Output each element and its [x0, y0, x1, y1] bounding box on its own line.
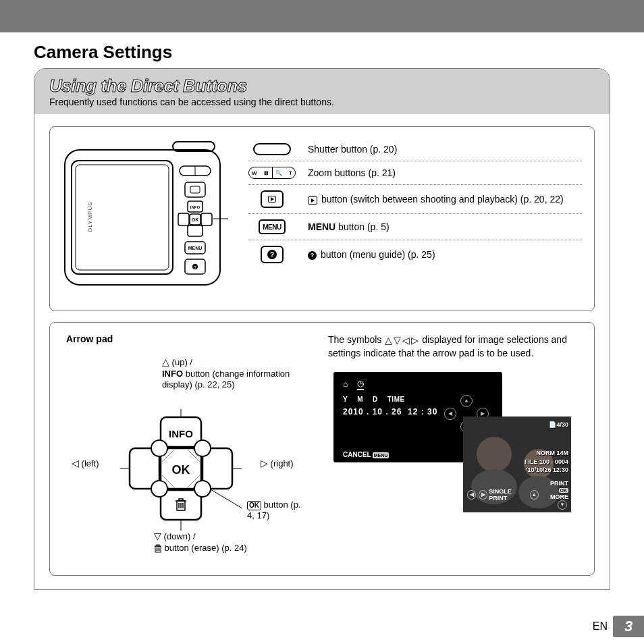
svg-rect-12 — [201, 213, 212, 225]
svg-rect-7 — [190, 186, 200, 193]
shutter-text: Shutter button (p. 20) — [308, 143, 397, 155]
lbl-up: △ (up) / INFO button (change information… — [162, 356, 309, 390]
svg-point-39 — [194, 440, 211, 456]
page-title: Camera Settings — [34, 42, 610, 63]
lbl-right: ▷ (right) — [261, 458, 294, 470]
q-inline-icon: ? — [308, 251, 317, 260]
svg-text:OK: OK — [192, 217, 199, 222]
arrow-diagram: △ (up) / INFO button (change information… — [66, 360, 309, 556]
row-guide: ? ? button (menu guide) (p. 25) — [248, 240, 582, 269]
screen-playback: 📄4/30 NORM 14M FILE 100 - 0004 '10/10/26… — [463, 417, 571, 512]
svg-rect-11 — [178, 213, 189, 225]
svg-rect-10 — [188, 225, 203, 236]
svg-point-57 — [477, 437, 512, 472]
page-content: Camera Settings Using the Direct Buttons… — [0, 32, 644, 590]
row-menu: MENU MENU button (p. 5) — [248, 214, 582, 240]
svg-point-40 — [151, 481, 167, 497]
camera-diagram: INFO OK MENU ? OLYMPUS — [59, 138, 228, 300]
screen2-info: 📄4/30 NORM 14M FILE 100 - 0004 '10/10/26… — [525, 421, 568, 475]
lbl-ok: OK button (p. 4, 17) — [247, 500, 309, 522]
button-list: Shutter button (p. 20) W⊠🔍T Zoom buttons… — [248, 138, 582, 269]
direct-buttons-panel: INFO OK MENU ? OLYMPUS — [49, 126, 595, 311]
svg-rect-27 — [157, 545, 159, 546]
zoom-text: Zoom buttons (p. 21) — [308, 167, 396, 179]
page-number: 3 — [613, 616, 644, 637]
guide-text: ? button (menu guide) (p. 25) — [308, 248, 435, 261]
row-zoom: W⊠🔍T Zoom buttons (p. 21) — [248, 161, 582, 185]
shutter-icon — [248, 143, 296, 155]
section-title: Using the Direct Buttons — [49, 76, 595, 97]
ok-center-text: OK — [172, 463, 190, 477]
page-footer: EN 3 — [593, 616, 644, 637]
arrow-pad-panel: Arrow pad △ (up) / INFO button (change i… — [49, 322, 595, 576]
lbl-left: ◁ (left) — [72, 458, 99, 470]
section-header: Using the Direct Buttons Frequently used… — [34, 69, 610, 114]
playback-text: button (switch between shooting and play… — [308, 193, 564, 205]
screen2-footer: ◀▶SINGLE PRINT▲ PRINTOKMORE▼ — [466, 480, 568, 510]
language-label: EN — [593, 620, 608, 633]
right-col: The symbols △▽◁▷ displayed for image sel… — [328, 333, 581, 556]
menu-icon: MENU — [248, 219, 296, 234]
svg-text:OLYMPUS: OLYMPUS — [87, 201, 93, 232]
home-icon: ⌂ — [343, 379, 348, 389]
svg-text:MENU: MENU — [188, 246, 203, 250]
menu-text: MENU button (p. 5) — [308, 221, 390, 233]
arrow-pad-svg: INFO OK — [120, 409, 242, 531]
zoom-icon: W⊠🔍T — [248, 167, 296, 179]
info-center-text: INFO — [169, 428, 193, 439]
clock-icon: ◷ — [357, 379, 364, 390]
svg-text:INFO: INFO — [190, 205, 200, 209]
svg-text:?: ? — [194, 265, 196, 269]
arrow-symbols-desc: The symbols △▽◁▷ displayed for image sel… — [328, 333, 581, 360]
svg-point-38 — [151, 440, 167, 456]
playback-icon — [248, 190, 296, 208]
guide-icon: ? — [248, 246, 296, 263]
lbl-down: ▽ (down) / button (erase) (p. 24) — [154, 531, 247, 554]
svg-point-41 — [194, 481, 211, 497]
section-subtitle: Frequently used functions can be accesse… — [49, 97, 595, 111]
svg-rect-6 — [185, 182, 205, 197]
row-playback: button (switch between shooting and play… — [248, 185, 582, 214]
arrow-pad-title: Arrow pad — [66, 333, 309, 344]
section-body: INFO OK MENU ? OLYMPUS — [34, 114, 610, 589]
section-frame: Using the Direct Buttons Frequently used… — [34, 68, 610, 590]
arrow-col: Arrow pad △ (up) / INFO button (change i… — [66, 333, 309, 556]
lcd-previews: ⌂ ◷ Y M D TIME 2010 . 10 . 26 12 : 30 — [328, 372, 581, 520]
top-bar — [0, 0, 644, 32]
play-inline-icon — [308, 196, 317, 205]
row-shutter: Shutter button (p. 20) — [248, 138, 582, 161]
